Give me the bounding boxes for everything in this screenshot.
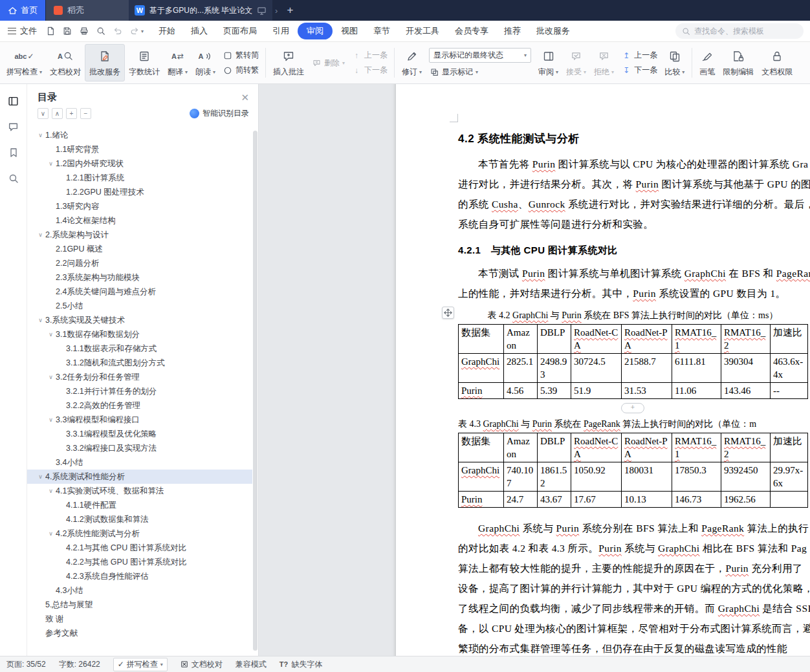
document-tab[interactable]: W 基于多GPU的...系统 毕业论文 xyxy=(129,0,272,21)
toc-item[interactable]: 4.2.1与其他 CPU 图计算系统对比 xyxy=(27,541,252,555)
toc-expand-all-icon[interactable]: ∨ xyxy=(38,108,49,119)
toc-item[interactable]: 4.1.1硬件配置 xyxy=(27,498,252,512)
toc-collapse-arrow-icon[interactable]: ∨ xyxy=(36,232,45,238)
find-panel-icon[interactable] xyxy=(7,172,20,185)
toc-item[interactable]: 4.3小结 xyxy=(27,583,252,598)
toc-item[interactable]: 1.1研究背景 xyxy=(27,142,252,157)
toc-collapse-arrow-icon[interactable]: ∨ xyxy=(46,374,56,380)
toc-item[interactable]: ∨1.绪论 xyxy=(27,128,252,142)
translate-button[interactable]: A⇄ 翻译▾ xyxy=(164,44,192,81)
toc-item[interactable]: 2.5小结 xyxy=(27,299,252,313)
spell-check-button[interactable]: abc✓ 拼写检查▾ xyxy=(3,44,46,81)
simp-to-trad-button[interactable]: 简转繁 xyxy=(223,65,259,76)
print-preview-icon[interactable] xyxy=(93,24,109,38)
toc-item[interactable]: 致 谢 xyxy=(27,612,252,626)
menu-tab[interactable]: 开始 xyxy=(151,23,182,39)
home-button[interactable]: 首页 xyxy=(0,0,45,21)
spellcheck-toggle[interactable]: ✓ 拼写检查 ▾ xyxy=(113,658,168,671)
toc-zoom-in-icon[interactable]: + xyxy=(66,108,77,119)
toc-item[interactable]: 3.3.2编程接口及实现方法 xyxy=(27,441,252,455)
track-changes-button[interactable]: 修订▾ xyxy=(398,44,426,81)
toc-item[interactable]: ∨4.2系统性能测试与分析 xyxy=(27,526,252,541)
bookmark-panel-icon[interactable] xyxy=(7,146,20,159)
undo-dropdown-icon[interactable]: ▾ xyxy=(141,28,144,34)
proofread-button[interactable]: 文档校对 xyxy=(181,659,223,670)
new-tab-button[interactable]: + xyxy=(280,0,300,21)
command-search-input[interactable]: 查找命令、搜索模板 xyxy=(675,23,804,39)
restrict-editing-button[interactable]: 限制编辑 xyxy=(719,44,758,81)
menu-tab[interactable]: 推荐 xyxy=(497,23,528,39)
smart-recognize-toc-button[interactable]: 智能识别目录 xyxy=(190,108,249,119)
toc-item[interactable]: 4.1.2测试数据集和算法 xyxy=(27,512,252,526)
toc-item[interactable]: 2.3系统架构与功能模块 xyxy=(27,270,252,285)
toc-item[interactable]: 参考文献 xyxy=(27,626,252,640)
prev-change-button[interactable]: ↥上一条 xyxy=(621,50,657,61)
menu-tab[interactable]: 审阅 xyxy=(298,23,333,39)
delete-comment-button[interactable]: 删除▾ xyxy=(311,58,345,69)
menu-tab[interactable]: 页面布局 xyxy=(216,23,264,39)
toc-item[interactable]: 4.2.2与其他 GPU 图计算系统对比 xyxy=(27,555,252,569)
comments-panel-icon[interactable] xyxy=(7,120,20,133)
toc-collapse-arrow-icon[interactable]: ∨ xyxy=(36,317,45,323)
doc-permission-button[interactable]: 文档权限 xyxy=(758,44,796,81)
insert-comment-button[interactable]: 插入批注 xyxy=(269,44,308,81)
missing-font-button[interactable]: T? 缺失字体 xyxy=(279,659,322,670)
new-document-icon[interactable] xyxy=(43,24,58,38)
trad-to-simp-button[interactable]: 繁转简 xyxy=(223,50,259,61)
next-comment-button[interactable]: ↓下一条 xyxy=(351,65,388,76)
menu-tab[interactable]: 引用 xyxy=(265,23,296,39)
compat-mode-label[interactable]: 兼容模式 xyxy=(235,659,267,670)
correction-service-button[interactable]: 批改服务 xyxy=(85,44,125,81)
toc-item[interactable]: 3.2.2高效的任务管理 xyxy=(27,398,252,413)
menu-tab[interactable]: 批改服务 xyxy=(529,23,577,39)
show-markup-button[interactable]: 显示标记▾ xyxy=(429,67,531,78)
toc-item[interactable]: 3.2.1并行计算任务的划分 xyxy=(27,384,252,398)
toc-item[interactable]: ∨1.2国内外研究现状 xyxy=(27,157,252,171)
redo-icon[interactable] xyxy=(127,24,142,38)
toc-collapse-arrow-icon[interactable]: ∨ xyxy=(46,417,56,423)
toc-item[interactable]: 1.3研究内容 xyxy=(27,199,252,213)
toc-collapse-arrow-icon[interactable]: ∨ xyxy=(36,132,45,138)
accept-change-button[interactable]: 接受▾ xyxy=(562,44,590,81)
toc-collapse-arrow-icon[interactable]: ∨ xyxy=(46,331,56,338)
menu-tab[interactable]: 视图 xyxy=(334,23,365,39)
toc-zoom-out-icon[interactable]: − xyxy=(80,108,91,119)
compare-button[interactable]: 比较▾ xyxy=(661,44,688,81)
print-icon[interactable] xyxy=(76,24,92,38)
screen-share-icon[interactable] xyxy=(257,6,267,16)
menu-tab[interactable]: 会员专享 xyxy=(448,23,496,39)
toc-item[interactable]: 1.4论文框架结构 xyxy=(27,213,252,228)
undo-icon[interactable] xyxy=(110,24,126,38)
prev-comment-button[interactable]: ↑上一条 xyxy=(351,50,388,61)
toc-collapse-arrow-icon[interactable]: ∨ xyxy=(46,160,56,167)
toc-item[interactable]: ∨3.系统实现及关键技术 xyxy=(27,313,252,327)
review-pane-button[interactable]: 审阅▾ xyxy=(534,44,562,81)
read-aloud-button[interactable]: A 朗读▾ xyxy=(192,44,219,81)
ink-button[interactable]: 画笔 xyxy=(695,44,719,81)
toc-item[interactable]: 5.总结与展望 xyxy=(27,598,252,612)
toc-collapse-arrow-icon[interactable]: ∨ xyxy=(36,473,45,480)
doc-proofread-button[interactable]: A 文档校对 xyxy=(46,44,85,81)
toc-item[interactable]: 3.3.1编程模型及优化策略 xyxy=(27,427,252,441)
table-add-row-button[interactable]: + xyxy=(621,403,644,413)
toc-item[interactable]: 3.1.2随机和流式图划分方式 xyxy=(27,356,252,370)
next-change-button[interactable]: ↧下一条 xyxy=(621,65,657,76)
toc-close-icon[interactable]: ✕ xyxy=(241,92,249,103)
markup-state-select[interactable]: 显示标记的最终状态▾ xyxy=(429,48,531,63)
file-menu-button[interactable]: 文件 xyxy=(6,25,42,37)
toc-item[interactable]: 2.2问题分析 xyxy=(27,256,252,270)
toc-item[interactable]: ∨4.1实验测试环境、数据和算法 xyxy=(27,484,252,498)
toc-item[interactable]: 4.2.3系统自身性能评估 xyxy=(27,569,252,583)
toc-item[interactable]: ∨3.3编程模型和编程接口 xyxy=(27,413,252,427)
menu-tab[interactable]: 章节 xyxy=(366,23,397,39)
toc-collapse-arrow-icon[interactable]: ∨ xyxy=(46,530,56,537)
toc-collapse-arrow-icon[interactable]: ∨ xyxy=(46,488,56,494)
table-move-handle[interactable] xyxy=(442,307,454,319)
toc-collapse-all-icon[interactable]: ∧ xyxy=(52,108,63,119)
outline-panel-icon[interactable] xyxy=(7,94,20,107)
toc-item[interactable]: 1.2.1图计算系统 xyxy=(27,171,252,185)
reject-change-button[interactable]: 拒绝▾ xyxy=(590,44,618,81)
toc-item[interactable]: 2.4系统关键问题与难点分析 xyxy=(27,285,252,299)
docer-tab[interactable]: 稻壳 xyxy=(46,0,129,21)
word-count-button[interactable]: 字数统计 xyxy=(125,44,164,81)
